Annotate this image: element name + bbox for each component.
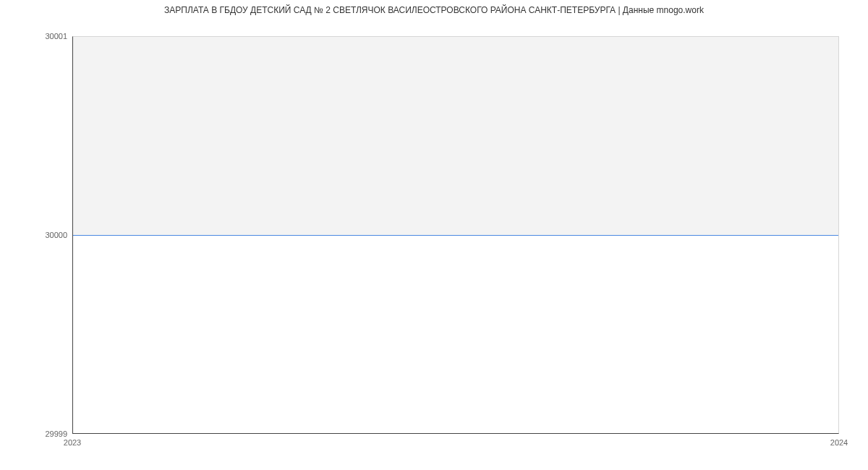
plot-wrapper: 30001 30000 29999 2023 2024	[72, 36, 839, 434]
chart-title: ЗАРПЛАТА В ГБДОУ ДЕТСКИЙ САД № 2 СВЕТЛЯЧ…	[0, 0, 868, 19]
x-tick-label: 2023	[64, 434, 81, 447]
x-tick-label: 2024	[830, 434, 848, 447]
y-tick-label: 30001	[45, 32, 72, 40]
plot-area	[72, 36, 839, 434]
y-tick-label: 30000	[45, 231, 72, 239]
plot-area-lower-bg	[73, 235, 838, 433]
chart-container: ЗАРПЛАТА В ГБДОУ ДЕТСКИЙ САД № 2 СВЕТЛЯЧ…	[0, 0, 868, 470]
data-series-line	[73, 235, 838, 236]
